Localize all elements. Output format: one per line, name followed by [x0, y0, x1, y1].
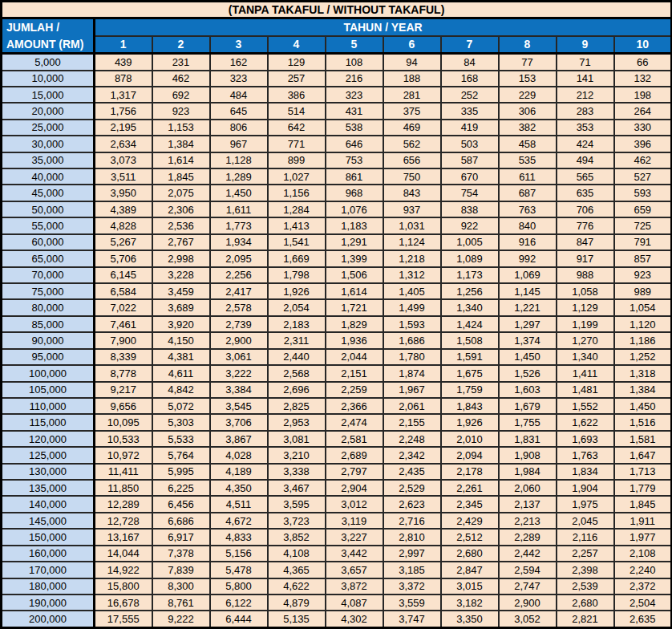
value-cell: 94: [383, 54, 441, 71]
value-cell: 1,005: [441, 234, 499, 250]
value-cell: 656: [383, 152, 441, 168]
value-cell: 382: [499, 120, 557, 136]
value-cell: 3,950: [95, 185, 152, 201]
value-cell: 5,135: [268, 611, 326, 627]
value-cell: 2,178: [441, 464, 499, 480]
value-cell: 3,459: [152, 283, 210, 299]
value-cell: 1,780: [383, 349, 441, 365]
value-cell: 5,072: [152, 398, 210, 414]
value-cell: 6,225: [152, 480, 210, 496]
table-row: 130,00011,4115,9954,1893,3382,7972,4352,…: [2, 464, 672, 480]
amount-cell: 85,000: [2, 316, 95, 332]
table-row: 190,00016,6788,7616,1224,8794,0873,5593,…: [2, 595, 672, 611]
value-cell: 16,678: [95, 595, 152, 611]
year-column-header: 2: [152, 36, 210, 54]
table-row: 170,00014,9227,8395,4784,3653,6573,1852,…: [2, 562, 672, 578]
value-cell: 806: [210, 120, 268, 136]
value-cell: 494: [557, 152, 614, 168]
value-cell: 3,210: [268, 447, 326, 463]
value-cell: 1,284: [268, 201, 326, 217]
value-cell: 1,911: [614, 513, 672, 529]
value-cell: 3,227: [326, 529, 383, 545]
value-cell: 2,900: [499, 595, 557, 611]
value-cell: 17,555: [95, 611, 152, 627]
amount-cell: 100,000: [2, 365, 95, 381]
value-cell: 2,010: [441, 431, 499, 447]
value-cell: 2,075: [152, 185, 210, 201]
value-cell: 4,672: [210, 513, 268, 529]
value-cell: 2,998: [152, 250, 210, 266]
value-cell: 753: [326, 152, 383, 168]
value-cell: 2,435: [383, 464, 441, 480]
value-cell: 922: [441, 217, 499, 233]
value-cell: 1,076: [326, 201, 383, 217]
amount-cell: 115,000: [2, 414, 95, 430]
value-cell: 5,764: [152, 447, 210, 463]
value-cell: 3,747: [383, 611, 441, 627]
value-cell: 229: [499, 87, 557, 103]
value-cell: 1,508: [441, 332, 499, 348]
value-cell: 1,834: [557, 464, 614, 480]
value-cell: 5,267: [95, 234, 152, 250]
value-cell: 1,675: [441, 365, 499, 381]
table-row: 105,0009,2174,8423,3842,6962,2591,9671,7…: [2, 382, 672, 398]
value-cell: 593: [614, 185, 672, 201]
value-cell: 15,800: [95, 578, 152, 595]
amount-cell: 30,000: [2, 136, 95, 152]
value-cell: 3,706: [210, 414, 268, 430]
value-cell: 1,374: [499, 332, 557, 348]
value-cell: 1,221: [499, 299, 557, 315]
value-cell: 7,461: [95, 316, 152, 332]
value-cell: 3,872: [326, 578, 383, 595]
value-cell: 2,372: [614, 578, 672, 595]
table-row: 125,00010,9725,7644,0283,2102,6892,3422,…: [2, 447, 672, 463]
value-cell: 2,623: [383, 496, 441, 512]
value-cell: 3,222: [210, 365, 268, 381]
year-column-header: 5: [326, 36, 383, 54]
value-cell: 5,478: [210, 562, 268, 578]
value-cell: 1,153: [152, 120, 210, 136]
value-cell: 2,442: [499, 546, 557, 562]
value-cell: 3,228: [152, 267, 210, 283]
takaful-rate-table: (TANPA TAKAFUL / WITHOUT TAKAFUL) JUMLAH…: [0, 0, 672, 629]
value-cell: 2,044: [326, 349, 383, 365]
value-cell: 771: [268, 136, 326, 152]
value-cell: 2,108: [614, 546, 672, 562]
value-cell: 1,526: [499, 365, 557, 381]
year-group-header: TAHUN / YEAR: [95, 18, 672, 36]
value-cell: 1,755: [499, 414, 557, 430]
year-label-row: JUMLAH / AMOUNT (RM) TAHUN / YEAR: [2, 18, 672, 36]
value-cell: 6,444: [210, 611, 268, 627]
value-cell: 916: [499, 234, 557, 250]
table-row: 15,0001,317692484386323281252229212198: [2, 87, 672, 103]
title-band-row: (TANPA TAKAFUL / WITHOUT TAKAFUL): [2, 2, 672, 18]
value-cell: 1,975: [557, 496, 614, 512]
value-cell: 3,689: [152, 299, 210, 315]
value-cell: 1,384: [152, 136, 210, 152]
value-cell: 1,763: [557, 447, 614, 463]
value-cell: 4,611: [152, 365, 210, 381]
value-cell: 968: [326, 185, 383, 201]
value-cell: 6,584: [95, 283, 152, 299]
value-cell: 2,342: [383, 447, 441, 463]
table-row: 55,0004,8282,5361,7731,4131,1831,0319228…: [2, 217, 672, 233]
value-cell: 4,189: [210, 464, 268, 480]
value-cell: 1,581: [614, 431, 672, 447]
table-row: 45,0003,9502,0751,4501,15696884375468763…: [2, 185, 672, 201]
value-cell: 535: [499, 152, 557, 168]
value-cell: 2,095: [210, 250, 268, 266]
value-cell: 587: [441, 152, 499, 168]
value-cell: 917: [557, 250, 614, 266]
value-cell: 791: [614, 234, 672, 250]
value-cell: 2,689: [326, 447, 383, 463]
year-column-header: 10: [614, 36, 672, 54]
value-cell: 153: [499, 71, 557, 87]
value-cell: 692: [152, 87, 210, 103]
value-cell: 3,350: [441, 611, 499, 627]
value-cell: 635: [557, 185, 614, 201]
year-number-row: 12345678910: [2, 36, 672, 54]
value-cell: 659: [614, 201, 672, 217]
value-cell: 1,829: [326, 316, 383, 332]
value-cell: 458: [499, 136, 557, 152]
value-cell: 899: [268, 152, 326, 168]
